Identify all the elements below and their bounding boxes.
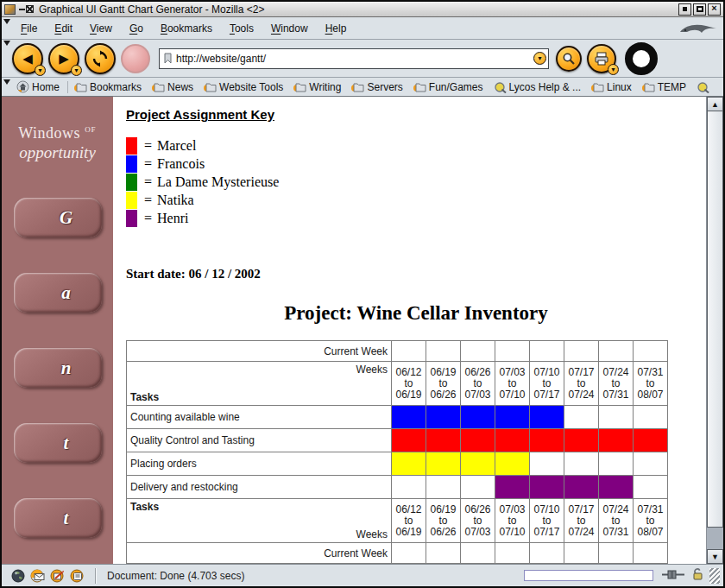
gantt-empty-cell (599, 406, 634, 429)
forward-arrow-icon: ▶ (59, 52, 69, 65)
address-book-icon[interactable] (70, 568, 85, 583)
scroll-down-button[interactable]: ▼ (707, 549, 723, 564)
close-button[interactable]: × (708, 3, 721, 16)
titlebar[interactable]: Graphical UI Gantt Chart Generator - Moz… (2, 2, 723, 17)
bookmark-item-bookmarks[interactable]: Bookmarks (70, 79, 148, 95)
week-column-footer: 06/19to06/26 (426, 499, 461, 543)
folder-icon (204, 81, 217, 92)
bookmark-item-writing[interactable]: Writing (289, 79, 347, 95)
security-lock-open-icon[interactable] (691, 567, 704, 584)
bookmark-item-news[interactable]: News (148, 79, 199, 95)
url-input[interactable] (173, 50, 533, 67)
project-title: Project: Wine Cellar Inventory (126, 302, 706, 325)
bookmark-item-website-tools[interactable]: Website Tools (199, 79, 289, 95)
window-resize-grip[interactable] (709, 568, 720, 584)
url-bar[interactable]: ▼ (159, 48, 549, 69)
week-column-footer: 07/03to07/10 (495, 499, 530, 543)
bookmark-item-overflow[interactable] (692, 79, 716, 95)
collapse-arrow-icon (3, 19, 10, 24)
menu-go[interactable]: Go (121, 19, 152, 38)
page-content: Project Assignment Key =Marcel =Francois… (113, 97, 706, 564)
bookmark-item-servers[interactable]: Servers (347, 79, 408, 95)
print-dropdown[interactable]: ▼ (608, 64, 619, 75)
forward-button[interactable]: ▶ ▼ (48, 43, 79, 74)
personal-toolbar-grippy[interactable] (3, 78, 12, 85)
folder-icon (152, 81, 165, 92)
gantt-bar-cell (426, 406, 461, 429)
menu-view[interactable]: View (81, 19, 121, 38)
weeks-tasks-corner-cell: Weeks Tasks (127, 362, 392, 406)
throbber-icon[interactable] (625, 42, 658, 75)
minimize-icon (683, 7, 687, 11)
print-button[interactable]: ▼ (587, 44, 616, 73)
collapse-arrow-icon (3, 79, 10, 85)
bookmark-item-temp[interactable]: TEMP (638, 79, 692, 95)
forward-dropdown[interactable]: ▼ (71, 65, 82, 76)
gantt-empty-cell (564, 341, 599, 362)
menu-file[interactable]: File (12, 19, 46, 38)
bookmark-item-lycos-help[interactable]: Lycos Help & ... (489, 79, 588, 95)
menu-window[interactable]: Window (262, 19, 317, 38)
scrollbar-track[interactable] (707, 528, 723, 549)
sidebar-button-g[interactable]: G (14, 198, 102, 237)
gantt-bar-cell (599, 429, 634, 452)
gantt-empty-cell (564, 543, 599, 564)
bookmark-item-fun-games[interactable]: Fun/Games (409, 79, 489, 95)
week-column-footer: 07/10to07/17 (530, 499, 564, 543)
reload-icon (91, 50, 109, 67)
sidebar-button-t1[interactable]: t (14, 423, 102, 463)
folder-icon (413, 81, 426, 92)
scrollbar-thumb[interactable] (707, 111, 723, 528)
mail-icon[interactable] (30, 568, 45, 583)
current-week-row-bottom: Current Week (127, 543, 668, 564)
window-icon[interactable] (4, 4, 16, 15)
arrow-up-icon: ▲ (711, 100, 719, 109)
gantt-empty-cell (599, 452, 634, 476)
window-pin-icon[interactable] (19, 5, 34, 13)
sidebar-button-a[interactable]: a (14, 273, 102, 313)
bookmark-item-linux[interactable]: Linux (587, 79, 638, 95)
url-history-dropdown[interactable]: ▼ (533, 52, 546, 65)
week-column-footer: 06/12to06/19 (392, 499, 426, 543)
reload-button[interactable] (85, 43, 116, 74)
menu-help[interactable]: Help (317, 19, 356, 38)
gantt-empty-cell (426, 543, 461, 564)
window-title: Graphical UI Gantt Chart Generator - Moz… (37, 3, 675, 16)
search-button[interactable] (556, 46, 582, 72)
week-column-footer: 07/24to07/31 (599, 499, 634, 543)
start-date-label: Start date: 06 / 12 / 2002 (126, 267, 706, 281)
menubar-grippy[interactable] (3, 17, 12, 24)
gantt-bar-cell (495, 452, 530, 476)
back-dropdown[interactable]: ▼ (35, 65, 46, 76)
gantt-bar-cell (426, 429, 461, 452)
menu-tools[interactable]: Tools (221, 19, 262, 38)
gantt-empty-cell (426, 341, 461, 362)
site-sidebar: Windows of opportunity G a n t t (2, 97, 113, 564)
minimize-button[interactable] (678, 3, 691, 16)
printer-icon (594, 52, 609, 66)
navbar-grippy[interactable] (3, 40, 12, 46)
vertical-scrollbar[interactable]: ▲ ▼ (706, 97, 723, 564)
folder-icon (642, 81, 655, 92)
gantt-empty-cell (564, 452, 599, 476)
current-week-label: Current Week (127, 341, 392, 362)
bookmark-item-home[interactable]: Home (12, 79, 66, 95)
scroll-up-button[interactable]: ▲ (707, 97, 723, 111)
maximize-button[interactable] (693, 3, 706, 16)
week-column-header: 06/12to06/19 (392, 362, 426, 406)
gantt-bar-cell (564, 476, 599, 499)
stop-button[interactable] (121, 44, 150, 73)
navigator-globe-icon[interactable] (10, 568, 25, 583)
gantt-bar-cell (530, 476, 564, 499)
legend-item: =La Dame Mysterieuse (126, 173, 706, 191)
sidebar-button-n[interactable]: n (14, 348, 102, 388)
site-brand: Windows of opportunity (2, 124, 113, 162)
back-button[interactable]: ◀ ▼ (12, 43, 43, 74)
composer-icon[interactable] (50, 568, 65, 583)
sidebar-button-t2[interactable]: t (14, 498, 102, 538)
online-plug-icon[interactable] (662, 568, 684, 584)
arrow-down-icon: ▼ (711, 553, 719, 561)
menu-edit[interactable]: Edit (46, 19, 81, 38)
gantt-bar-cell (426, 452, 461, 476)
menu-bookmarks[interactable]: Bookmarks (152, 19, 221, 38)
